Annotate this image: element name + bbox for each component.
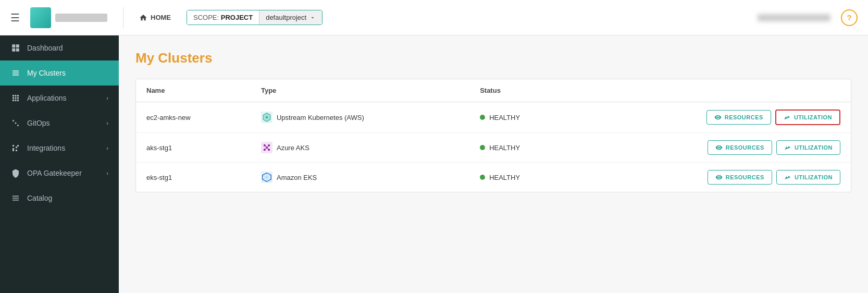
sidebar-item-opa-gatekeeper[interactable]: OPA Gatekeeper › (0, 161, 119, 186)
svg-point-4 (266, 116, 268, 118)
scope-value: defaultproject (266, 14, 306, 21)
top-navigation: ☰ HOME SCOPE: PROJECT defaultproject ? (0, 0, 868, 35)
clusters-table: Name Type Status ec2-amks-new Upstream K… (136, 79, 851, 192)
type-label: Upstream Kubernetes (AWS) (277, 114, 364, 121)
eye-icon (715, 174, 723, 181)
sidebar-item-dashboard[interactable]: Dashboard (0, 35, 119, 60)
col-header-status: Status (469, 79, 577, 102)
user-info-blurred (758, 14, 830, 21)
sidebar-label-gitops: GitOps (27, 119, 50, 127)
main-content: My Clusters Name Type Status ec2-amks-ne… (119, 35, 868, 293)
cluster-actions: RESOURCES UTILIZATION (577, 102, 851, 133)
logo-text (55, 14, 107, 22)
svg-point-0 (15, 123, 17, 124)
scope-container: SCOPE: PROJECT defaultproject (187, 10, 323, 25)
utilization-button[interactable]: UTILIZATION (776, 170, 840, 185)
chevron-right-icon-3: › (106, 145, 108, 151)
table-row: ec2-amks-new Upstream Kubernetes (AWS) H… (136, 102, 851, 133)
resources-button[interactable]: RESOURCES (708, 170, 772, 185)
chevron-right-icon-4: › (106, 170, 108, 176)
scope-label: SCOPE: PROJECT (187, 10, 259, 25)
page-title: My Clusters (135, 50, 851, 66)
chevron-right-icon-2: › (106, 120, 108, 126)
catalog-icon (10, 193, 21, 203)
trend-icon (784, 114, 791, 121)
table-header-row: Name Type Status (136, 79, 851, 102)
type-label: Amazon EKS (277, 174, 317, 181)
svg-point-2 (17, 125, 19, 126)
apps-icon (10, 93, 21, 103)
cluster-status: HEALTHY (469, 163, 577, 192)
status-dot (480, 175, 485, 180)
chevron-down-icon (309, 15, 316, 21)
status-text: HEALTHY (489, 114, 520, 121)
sidebar-label-applications: Applications (27, 94, 67, 102)
utilization-button[interactable]: UTILIZATION (775, 109, 840, 125)
azure-aks-icon (261, 142, 272, 153)
cluster-status: HEALTHY (469, 102, 577, 133)
cluster-actions: RESOURCES UTILIZATION (577, 163, 851, 192)
help-button[interactable]: ? (841, 9, 858, 26)
sidebar-item-applications[interactable]: Applications › (0, 86, 119, 111)
nav-divider (123, 7, 123, 28)
cluster-type: Amazon EKS (251, 163, 469, 192)
logo-icon (30, 7, 51, 28)
status-text: HEALTHY (489, 144, 520, 152)
cluster-status: HEALTHY (469, 133, 577, 163)
main-layout: Dashboard My Clusters Applications › Git… (0, 35, 868, 293)
hamburger-menu[interactable]: ☰ (10, 11, 20, 24)
status-dot (480, 145, 485, 150)
cluster-type: Azure AKS (251, 133, 469, 163)
utilization-button[interactable]: UTILIZATION (776, 140, 840, 155)
resources-button[interactable]: RESOURCES (708, 140, 772, 155)
resources-button[interactable]: RESOURCES (706, 110, 771, 125)
cluster-name: eks-stg1 (136, 163, 251, 192)
col-header-name: Name (136, 79, 251, 102)
clusters-icon (10, 68, 21, 78)
sidebar-item-gitops[interactable]: GitOps › (0, 111, 119, 136)
home-link[interactable]: HOME (139, 14, 171, 22)
sidebar-item-my-clusters[interactable]: My Clusters (0, 60, 119, 86)
status-text: HEALTHY (489, 174, 520, 181)
logo-area (30, 7, 107, 28)
svg-point-1 (13, 120, 14, 121)
sidebar-label-integrations: Integrations (27, 144, 65, 152)
cluster-type: Upstream Kubernetes (AWS) (251, 102, 469, 133)
chevron-right-icon: › (106, 95, 108, 101)
cluster-name: aks-stg1 (136, 133, 251, 163)
sidebar: Dashboard My Clusters Applications › Git… (0, 35, 119, 293)
type-label: Azure AKS (277, 144, 309, 152)
upstream-k8s-icon (261, 112, 272, 123)
status-dot (480, 115, 485, 120)
sidebar-item-integrations[interactable]: Integrations › (0, 136, 119, 161)
gitops-icon (10, 118, 21, 128)
home-icon (139, 14, 147, 22)
grid-icon (10, 43, 21, 53)
clusters-table-card: Name Type Status ec2-amks-new Upstream K… (135, 79, 851, 192)
col-header-actions (577, 79, 851, 102)
scope-type: PROJECT (221, 14, 253, 21)
home-label: HOME (151, 14, 171, 21)
sidebar-label-dashboard: Dashboard (27, 44, 63, 52)
table-row: eks-stg1 Amazon EKS HEALTHY RESOURCES (136, 163, 851, 192)
col-header-type: Type (251, 79, 469, 102)
opa-icon (10, 168, 21, 178)
table-row: aks-stg1 Azure AKS HEALTHY RESOURCES (136, 133, 851, 163)
trend-icon (784, 174, 791, 181)
eye-icon (714, 114, 722, 121)
sidebar-label-my-clusters: My Clusters (27, 69, 66, 77)
eye-icon (715, 144, 723, 151)
amazon-eks-icon (261, 172, 272, 183)
trend-icon (784, 144, 791, 151)
cluster-name: ec2-amks-new (136, 102, 251, 133)
sidebar-item-catalog[interactable]: Catalog (0, 186, 119, 211)
scope-dropdown[interactable]: defaultproject (259, 10, 322, 25)
sidebar-label-opa-gatekeeper: OPA Gatekeeper (27, 169, 82, 177)
integrations-icon (10, 143, 21, 153)
cluster-actions: RESOURCES UTILIZATION (577, 133, 851, 163)
sidebar-label-catalog: Catalog (27, 194, 52, 202)
